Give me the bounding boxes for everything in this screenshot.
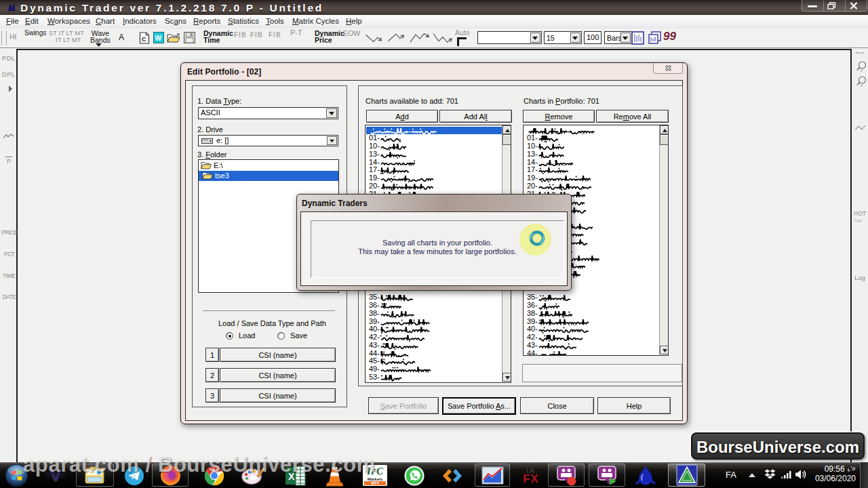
- svg-text:W: W: [155, 35, 162, 42]
- svg-text:C: C: [142, 36, 146, 43]
